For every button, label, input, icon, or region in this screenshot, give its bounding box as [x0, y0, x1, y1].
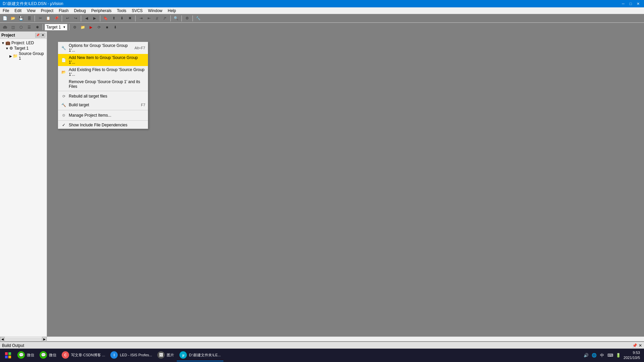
uvision-label: D:\新建文件夹\LE...	[189, 353, 221, 358]
navigate-fwd-button[interactable]: ▶	[91, 15, 98, 22]
menu-edit[interactable]: Edit	[12, 8, 24, 14]
cut-button[interactable]: ✂	[37, 15, 44, 22]
ctx-build-target[interactable]: 🔨 Build target F7	[58, 101, 148, 109]
wechat-label1: 微信	[27, 353, 34, 358]
tray-icon-1[interactable]: 🔊	[583, 353, 589, 358]
ctx-add-new[interactable]: 📄 Add New Item to Group 'Source Group 1'…	[58, 54, 148, 66]
uncomment-button[interactable]: /*	[161, 15, 169, 22]
menu-file[interactable]: File	[0, 8, 12, 14]
db-button[interactable]: db	[1, 23, 9, 31]
tray-icon-3[interactable]: 中	[599, 353, 605, 358]
ctx-build-label: Build target	[69, 103, 89, 107]
tb-btn4[interactable]: ☰	[25, 23, 33, 31]
menu-debug[interactable]: Debug	[71, 8, 89, 14]
project-icon: 💼	[5, 41, 10, 45]
taskbar-wechat1[interactable]: 💬 微信	[15, 349, 37, 361]
taskbar-uvision[interactable]: μ D:\新建文件夹\LE...	[177, 349, 223, 361]
project-panel-header: Project 📌 ✕	[0, 32, 47, 39]
download-btn[interactable]: ⬇	[111, 23, 119, 31]
menu-view[interactable]: View	[24, 8, 38, 14]
ctx-rebuild[interactable]: ⟳ Rebuild all target files	[58, 92, 148, 101]
settings-button[interactable]: 🔧	[195, 15, 202, 22]
scroll-right-button[interactable]: ▶	[42, 337, 47, 342]
save-button[interactable]: 💾	[17, 15, 25, 22]
wrench-icon: 🔧	[61, 45, 67, 51]
target-label: Target 1	[46, 25, 61, 29]
clear-bookmark-button[interactable]: ✖	[126, 15, 133, 22]
sep-t2	[69, 24, 69, 30]
tb-btn5[interactable]: ✱	[34, 23, 41, 31]
undo-button[interactable]: ↩	[64, 15, 71, 22]
tree-arrow-project: ▼	[1, 41, 5, 45]
menu-svcs[interactable]: SVCS	[129, 8, 146, 14]
navigate-back-button[interactable]: ◀	[83, 15, 90, 22]
manage-icon: ⚙	[61, 112, 67, 118]
stop-btn[interactable]: ■	[103, 23, 111, 31]
taskbar-wechat2[interactable]: 💬 微信	[37, 349, 59, 361]
bookmark-prev-button[interactable]: ⬆	[110, 15, 117, 22]
zoom-button[interactable]: 🔍	[172, 15, 180, 22]
start-button[interactable]	[1, 349, 15, 362]
menu-help[interactable]: Help	[165, 8, 179, 14]
build-btn[interactable]: ▶	[87, 23, 95, 31]
tree-item-target[interactable]: ▼ ⚙ Target 1	[1, 46, 45, 51]
ctx-add-existing[interactable]: 📂 Add Existing Files to Group 'Source Gr…	[58, 66, 148, 78]
taskbar-isis[interactable]: I LED - ISIS Profes...	[108, 349, 155, 361]
close-bottom-panel-button[interactable]: ✕	[639, 343, 642, 348]
project-label: Project: LED	[11, 41, 34, 45]
menu-tools[interactable]: Tools	[114, 8, 129, 14]
unindent-button[interactable]: ⇤	[145, 15, 153, 22]
tree-item-source-group[interactable]: ▶ 📁 Source Group 1	[1, 51, 45, 61]
toolbar2: db ◫ ⬡ ☰ ✱ Target 1 ▼ ⚙ 📁 ▶ ⟳ ■ ⬇	[0, 23, 644, 32]
menu-flash[interactable]: Flash	[56, 8, 71, 14]
ctx-manage[interactable]: ⚙ Manage Project Items...	[58, 111, 148, 120]
tb-btn3[interactable]: ⬡	[17, 23, 25, 31]
menu-peripherals[interactable]: Peripherals	[89, 8, 114, 14]
scroll-left-button[interactable]: ◀	[0, 337, 5, 342]
pin-icon[interactable]: 📌	[35, 33, 40, 38]
open-project-button[interactable]: 📁	[79, 23, 87, 31]
copy-button[interactable]: 📋	[45, 15, 52, 22]
menu-window[interactable]: Window	[145, 8, 165, 14]
ctx-show-include[interactable]: ✓ Show Include File Dependencies	[58, 121, 148, 129]
pin-panel-icon[interactable]: 📌	[632, 343, 637, 348]
close-button[interactable]: ✕	[635, 1, 641, 6]
sep3	[81, 15, 81, 21]
scroll-track[interactable]	[5, 338, 42, 341]
new-file-button[interactable]: 📄	[1, 15, 9, 22]
taskbar-csdn[interactable]: C 写文章·CSDN博客 ...	[59, 349, 108, 361]
ctx-add-existing-label: Add Existing Files to Group 'Source Grou…	[69, 67, 145, 77]
save-all-button[interactable]: 🗄	[25, 15, 33, 22]
sep6	[170, 15, 171, 21]
bookmark-button[interactable]: 🔖	[102, 15, 109, 22]
bookmark-next-button[interactable]: ⬇	[118, 15, 125, 22]
ctx-options-label: Options for Group 'Source Group 1'...	[69, 43, 135, 53]
ctx-options-shortcut: Alt+F7	[135, 46, 145, 50]
tray-icon-2[interactable]: 🌐	[591, 353, 597, 358]
minimize-button[interactable]: ─	[620, 1, 627, 6]
system-clock[interactable]: 9:53 2021/10/5	[624, 350, 640, 361]
tray-icon-5[interactable]: 🔋	[615, 353, 621, 358]
toolbar1: 📄 📂 💾 🗄 ✂ 📋 📌 ↩ ↪ ◀ ▶ 🔖 ⬆ ⬇ ✖ ⇥ ⇤ // /* …	[0, 14, 644, 23]
comment-button[interactable]: //	[153, 15, 161, 22]
ctx-options-group[interactable]: 🔧 Options for Group 'Source Group 1'... …	[58, 42, 148, 54]
tray-icon-4[interactable]: ⌨	[607, 353, 613, 358]
ctx-sep3	[58, 120, 148, 121]
ctx-remove-group[interactable]: Remove Group 'Source Group 1' and its Fi…	[58, 78, 148, 90]
close-panel-button[interactable]: ✕	[41, 33, 45, 38]
indent-button[interactable]: ⇥	[137, 15, 145, 22]
project-panel-title: Project	[1, 33, 15, 38]
tb-btn2[interactable]: ◫	[9, 23, 17, 31]
taskbar-photos[interactable]: 🖼 图片	[155, 349, 177, 361]
redo-button[interactable]: ↪	[72, 15, 79, 22]
maximize-button[interactable]: □	[627, 1, 634, 6]
target-dropdown[interactable]: Target 1 ▼	[45, 24, 67, 31]
paste-button[interactable]: 📌	[53, 15, 60, 22]
debug-config-button[interactable]: ⚙	[183, 15, 191, 22]
rebuild-btn[interactable]: ⟳	[95, 23, 103, 31]
open-button[interactable]: 📂	[9, 15, 17, 22]
menu-project[interactable]: Project	[38, 8, 56, 14]
main-layout: Project 📌 ✕ ▼ 💼 Project: LED ▼ ⚙ Target …	[0, 32, 644, 337]
options-target-button[interactable]: ⚙	[71, 23, 78, 31]
tree-item-project[interactable]: ▼ 💼 Project: LED	[1, 40, 45, 46]
